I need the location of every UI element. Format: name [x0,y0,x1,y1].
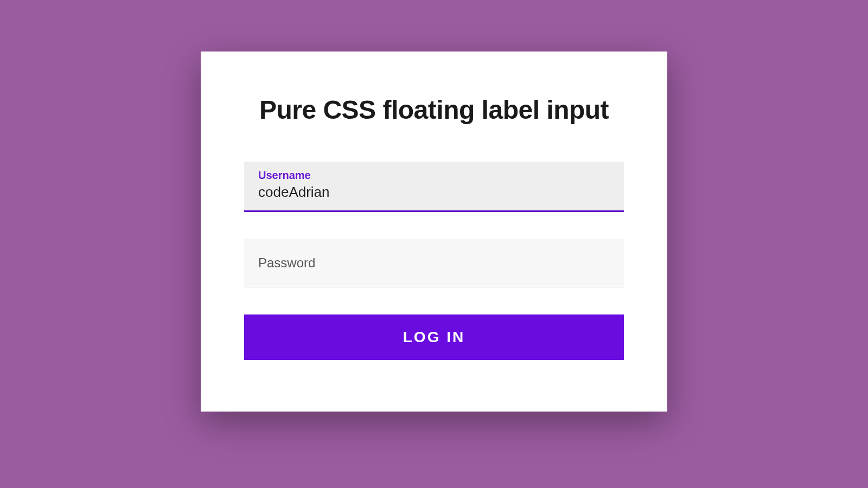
login-button[interactable]: LOG IN [244,314,624,360]
page-title: Pure CSS floating label input [244,95,624,125]
password-field-wrapper: Password [244,239,624,287]
login-card: Pure CSS floating label input Username P… [201,52,667,412]
username-input[interactable] [258,184,610,201]
username-field-wrapper: Username [244,162,624,212]
username-label: Username [258,169,610,182]
